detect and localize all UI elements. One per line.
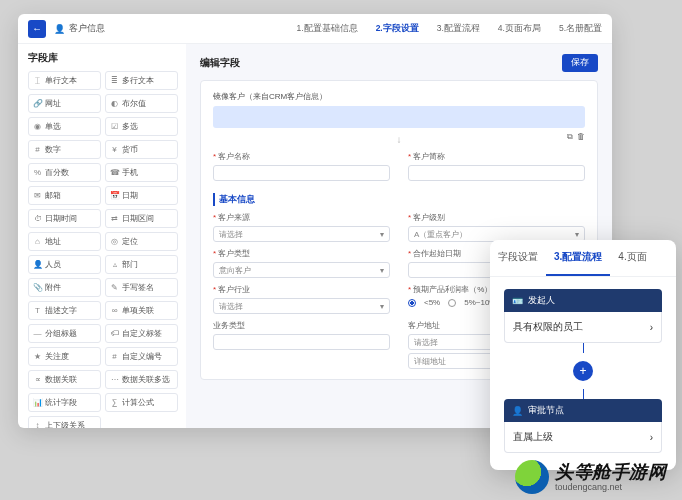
copy-icon[interactable]: ⧉ [567,132,573,142]
field-type-0[interactable]: ⌶单行文本 [28,71,101,90]
chevron-down-icon: ▾ [575,230,579,239]
wizard-steps: 1.配置基础信息 2.字段设置 3.配置流程 4.页面布局 5.名册配置 [297,23,602,35]
field-type-icon: ∝ [33,375,42,384]
chevron-down-icon: ▾ [380,230,384,239]
field-type-29[interactable]: ∑计算公式 [105,393,178,412]
step-4[interactable]: 4.页面布局 [498,23,541,35]
field-type-15[interactable]: ◎定位 [105,232,178,251]
field-type-10[interactable]: ✉邮箱 [28,186,101,205]
field-type-label: 多行文本 [122,75,154,86]
brand-logo-icon [515,460,549,494]
field-type-28[interactable]: 📊统计字段 [28,393,101,412]
field-type-label: 自定义标签 [122,328,162,339]
field-type-8[interactable]: %百分数 [28,163,101,182]
field-type-label: 定位 [122,236,138,247]
field-type-14[interactable]: ⌂地址 [28,232,101,251]
field-type-21[interactable]: ∞单项关联 [105,301,178,320]
field-type-icon: ☎ [110,168,119,177]
library-title: 字段库 [28,52,178,65]
radio-opt-2[interactable] [448,299,456,307]
field-type-icon: 📊 [33,398,42,407]
chevron-right-icon: › [650,322,653,333]
field-library: 字段库 ⌶单行文本≣多行文本🔗网址◐布尔值◉单选☑多选#数字¥货币%百分数☎手机… [18,44,186,428]
field-type-icon: ↕ [33,421,42,428]
field-type-icon: ◐ [110,99,119,108]
input-customer-name[interactable] [213,165,390,181]
mirror-customer-label: 镜像客户（来自CRM客户信息） [213,91,585,102]
crumb-text: 客户信息 [69,22,105,35]
field-type-label: 计算公式 [122,397,154,408]
field-type-icon: ⋯ [110,375,119,384]
delete-icon[interactable]: 🗑 [577,132,585,142]
field-type-27[interactable]: ⋯数据关联多选 [105,370,178,389]
field-type-24[interactable]: ★关注度 [28,347,101,366]
field-type-label: 多选 [122,121,138,132]
node-approval-body[interactable]: 直属上级 › [504,422,662,453]
node-initiator-header: 🪪 发起人 [504,289,662,312]
field-type-25[interactable]: #自定义编号 [105,347,178,366]
field-type-16[interactable]: 👤人员 [28,255,101,274]
select-source[interactable]: 请选择▾ [213,226,390,242]
field-type-22[interactable]: —分组标题 [28,324,101,343]
step-2[interactable]: 2.字段设置 [376,23,419,35]
radio-opt-1[interactable] [408,299,416,307]
node-initiator-body[interactable]: 具有权限的员工 › [504,312,662,343]
field-type-9[interactable]: ☎手机 [105,163,178,182]
field-type-icon: ☑ [110,122,119,131]
field-type-5[interactable]: ☑多选 [105,117,178,136]
field-type-11[interactable]: 📅日期 [105,186,178,205]
field-type-label: 布尔值 [122,98,146,109]
input-biz[interactable] [213,334,390,350]
field-type-26[interactable]: ∝数据关联 [28,370,101,389]
step-3[interactable]: 3.配置流程 [437,23,480,35]
mirror-customer-field[interactable] [213,106,585,128]
input-customer-short[interactable] [408,165,585,181]
field-type-20[interactable]: T描述文字 [28,301,101,320]
field-type-icon: 🔗 [33,99,42,108]
field-type-label: 人员 [45,259,61,270]
step-5[interactable]: 5.名册配置 [559,23,602,35]
add-node-button[interactable]: + [573,361,593,381]
field-type-13[interactable]: ⇄日期区间 [105,209,178,228]
field-type-label: 手写签名 [122,282,154,293]
popup-tab-fields[interactable]: 字段设置 [490,240,546,276]
field-type-icon: ¥ [110,145,119,154]
field-type-18[interactable]: 📎附件 [28,278,101,297]
field-type-2[interactable]: 🔗网址 [28,94,101,113]
field-type-icon: 🏷 [110,329,119,338]
field-type-label: 网址 [45,98,61,109]
field-type-icon: 👤 [33,260,42,269]
field-type-7[interactable]: ¥货币 [105,140,178,159]
step-1[interactable]: 1.配置基础信息 [297,23,358,35]
field-type-30[interactable]: ↕上下级关系 [28,416,101,428]
select-type[interactable]: 意向客户▾ [213,262,390,278]
field-type-23[interactable]: 🏷自定义标签 [105,324,178,343]
field-type-12[interactable]: ⏱日期时间 [28,209,101,228]
popup-tab-flow[interactable]: 3.配置流程 [546,240,610,276]
back-button[interactable]: ← [28,20,46,38]
field-type-label: 手机 [122,167,138,178]
field-type-icon: ✎ [110,283,119,292]
field-type-6[interactable]: #数字 [28,140,101,159]
field-type-1[interactable]: ≣多行文本 [105,71,178,90]
field-type-label: 数据关联多选 [122,374,170,385]
field-type-label: 分组标题 [45,328,77,339]
label-type: *客户类型 [213,248,390,259]
field-type-icon: ∑ [110,398,119,407]
field-type-17[interactable]: ▵部门 [105,255,178,274]
popup-tab-layout[interactable]: 4.页面 [610,240,654,276]
drop-indicator-icon: ↓ [397,134,402,145]
field-type-label: 自定义编号 [122,351,162,362]
field-type-icon: ▵ [110,260,119,269]
brand-name-en: toudengcang.net [555,483,666,492]
chevron-down-icon: ▾ [380,266,384,275]
field-type-3[interactable]: ◐布尔值 [105,94,178,113]
save-button[interactable]: 保存 [562,54,598,72]
label-industry: *客户行业 [213,284,390,295]
field-type-4[interactable]: ◉单选 [28,117,101,136]
form-title: 编辑字段 [200,56,240,70]
label-biz: 业务类型 [213,320,390,331]
field-type-19[interactable]: ✎手写签名 [105,278,178,297]
field-type-label: 单项关联 [122,305,154,316]
select-industry[interactable]: 请选择▾ [213,298,390,314]
